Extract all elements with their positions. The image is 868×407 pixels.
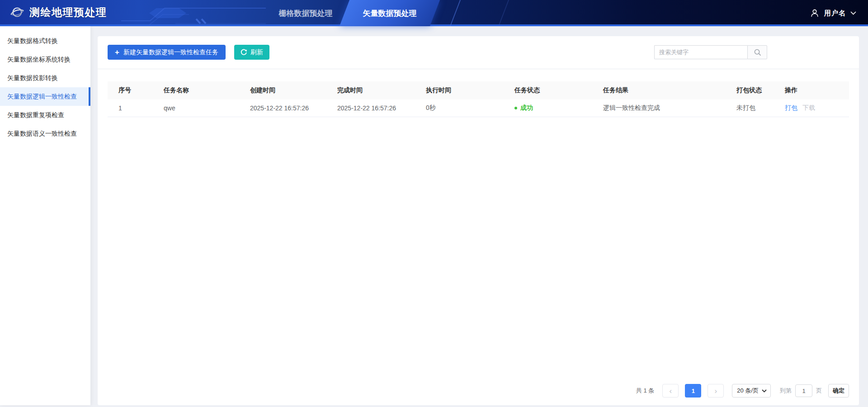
- cell-finished-time: 2025-12-22 16:57:26: [337, 99, 426, 117]
- chevron-right-icon: ›: [714, 387, 717, 395]
- logo-globe-icon: [10, 5, 24, 19]
- cell-index: 1: [108, 99, 164, 117]
- package-link[interactable]: 打包: [785, 104, 797, 111]
- main-area: + 新建矢量数据逻辑一致性检查任务 刷新: [90, 26, 868, 405]
- pagination-total: 共 1 条: [636, 387, 654, 395]
- user-icon: [810, 8, 820, 18]
- sidebar-nav: 矢量数据格式转换 矢量数据坐标系统转换 矢量数据投影转换 矢量数据逻辑一致性检查…: [0, 26, 90, 405]
- cell-operation: 打包下载: [785, 99, 849, 117]
- tab-vector-preprocess[interactable]: 矢量数据预处理: [347, 0, 432, 26]
- refresh-icon: [241, 49, 247, 56]
- next-page-button[interactable]: ›: [708, 384, 724, 398]
- pagination: 共 1 条 ‹ 1 › 20 条/页 到第 页 确定: [108, 384, 849, 405]
- page-number-current[interactable]: 1: [685, 384, 701, 398]
- sidebar-item-semantic-consistency-check[interactable]: 矢量数据语义一致性检查: [0, 124, 90, 143]
- col-task-name: 任务名称: [164, 81, 250, 99]
- sidebar-item-format-convert[interactable]: 矢量数据格式转换: [0, 32, 90, 50]
- cell-duration: 0秒: [426, 99, 514, 117]
- col-package-state: 打包状态: [736, 81, 785, 99]
- goto-prefix-label: 到第: [780, 387, 792, 395]
- user-name: 用户名: [824, 9, 846, 18]
- cell-task-name: qwe: [164, 99, 250, 117]
- tab-raster-preprocess[interactable]: 栅格数据预处理: [267, 0, 344, 26]
- goto-confirm-button[interactable]: 确定: [828, 384, 849, 398]
- goto-page-group: 到第 页: [780, 384, 822, 397]
- search-button[interactable]: [747, 45, 767, 59]
- cell-created-time: 2025-12-22 16:57:26: [250, 99, 337, 117]
- goto-page-input[interactable]: [795, 384, 812, 397]
- col-result: 任务结果: [603, 81, 736, 99]
- content-spacer: [108, 117, 849, 384]
- toolbar: + 新建矢量数据逻辑一致性检查任务 刷新: [108, 45, 849, 60]
- search-group: [654, 45, 767, 59]
- chevron-down-icon: [762, 389, 767, 393]
- chevron-down-icon: [850, 11, 856, 15]
- col-duration: 执行时间: [426, 81, 514, 99]
- download-link[interactable]: 下载: [802, 104, 815, 111]
- user-menu[interactable]: 用户名: [810, 0, 856, 26]
- page-size-select[interactable]: 20 条/页: [732, 384, 771, 398]
- col-index: 序号: [108, 81, 164, 99]
- search-input[interactable]: [654, 45, 747, 59]
- goto-suffix-label: 页: [816, 387, 822, 395]
- cell-status: 成功: [514, 99, 603, 117]
- sidebar-item-duplicate-check[interactable]: 矢量数据重复项检查: [0, 106, 90, 124]
- table-row: 1 qwe 2025-12-22 16:57:26 2025-12-22 16:…: [108, 99, 849, 117]
- col-created-time: 创建时间: [250, 81, 337, 99]
- cell-package-state: 未打包: [736, 99, 785, 117]
- content-card: + 新建矢量数据逻辑一致性检查任务 刷新: [98, 36, 859, 405]
- sidebar-item-coord-system-convert[interactable]: 矢量数据坐标系统转换: [0, 50, 90, 69]
- task-table: 序号 任务名称 创建时间 完成时间 执行时间 任务状态 任务结果 打包状态 操作…: [108, 81, 849, 117]
- chevron-left-icon: ‹: [669, 387, 672, 395]
- app-header: 测绘地理预处理 栅格数据预处理 矢量数据预处理 用户名: [0, 0, 868, 26]
- top-nav-tabs: 栅格数据预处理 矢量数据预处理: [267, 0, 432, 26]
- plus-icon: +: [115, 48, 119, 56]
- cell-result: 逻辑一致性检查完成: [603, 99, 736, 117]
- col-finished-time: 完成时间: [337, 81, 426, 99]
- toolbar-divider: [98, 69, 859, 69]
- table-header-row: 序号 任务名称 创建时间 完成时间 执行时间 任务状态 任务结果 打包状态 操作: [108, 81, 849, 99]
- refresh-button[interactable]: 刷新: [234, 45, 269, 60]
- header-diagonal-accent: [481, 0, 509, 26]
- status-badge: 成功: [520, 104, 533, 111]
- sidebar-item-projection-convert[interactable]: 矢量数据投影转换: [0, 69, 90, 87]
- col-status: 任务状态: [514, 81, 603, 99]
- sidebar-item-logic-consistency-check[interactable]: 矢量数据逻辑一致性检查: [0, 87, 90, 106]
- success-dot-icon: [514, 107, 517, 109]
- app-title: 测绘地理预处理: [29, 5, 107, 19]
- header-circuit-decoration: [121, 0, 266, 26]
- search-icon: [754, 48, 761, 56]
- app-logo: 测绘地理预处理: [10, 5, 107, 19]
- new-task-button[interactable]: + 新建矢量数据逻辑一致性检查任务: [108, 45, 226, 60]
- col-operation: 操作: [785, 81, 849, 99]
- prev-page-button[interactable]: ‹: [662, 384, 679, 398]
